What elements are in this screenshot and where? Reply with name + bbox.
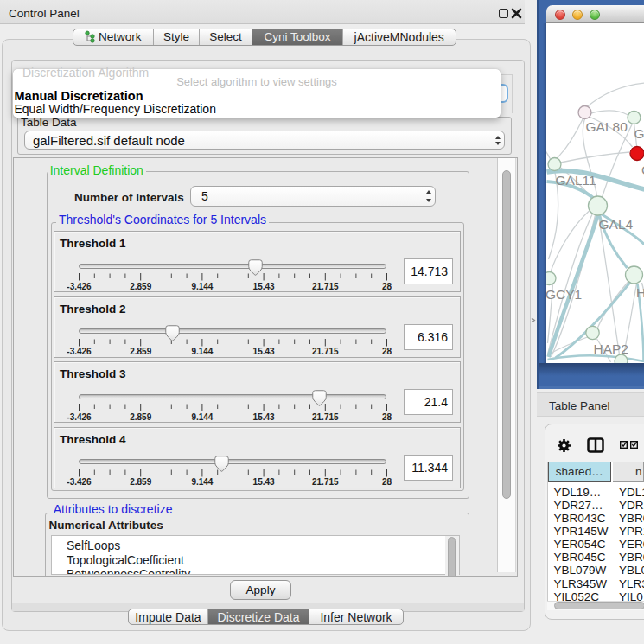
svg-text:H: H bbox=[636, 285, 644, 300]
svg-text:HAP2: HAP2 bbox=[593, 341, 628, 356]
svg-text:C: C bbox=[641, 163, 644, 177]
svg-text:GAL80: GAL80 bbox=[585, 119, 628, 134]
svg-text:GAL4: GAL4 bbox=[598, 217, 633, 232]
svg-text:GA: GA bbox=[634, 126, 644, 141]
svg-text:GAL11: GAL11 bbox=[555, 173, 596, 188]
svg-text:GCY1: GCY1 bbox=[546, 287, 582, 302]
